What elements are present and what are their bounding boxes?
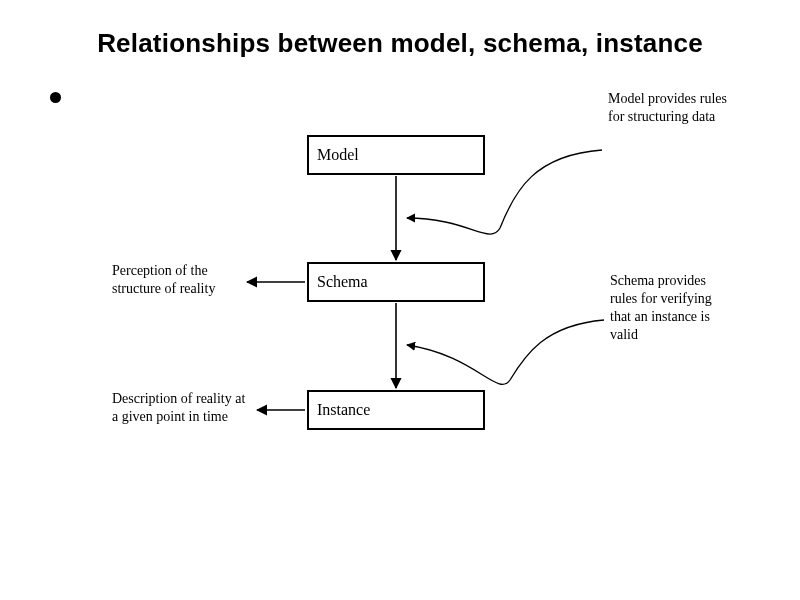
box-schema: Schema xyxy=(307,262,485,302)
box-model: Model xyxy=(307,135,485,175)
annot-instance-desc: Description of reality at a given point … xyxy=(112,390,252,426)
curve-schema-rules xyxy=(407,320,604,384)
bullet-icon xyxy=(50,92,61,103)
page-title: Relationships between model, schema, ins… xyxy=(0,28,800,59)
annot-schema-perception: Perception of the structure of reality xyxy=(112,262,242,298)
annot-model-rules: Model provides rules for structuring dat… xyxy=(608,90,728,126)
box-schema-label: Schema xyxy=(317,273,368,291)
box-instance: Instance xyxy=(307,390,485,430)
box-model-label: Model xyxy=(317,146,359,164)
annot-schema-rules: Schema provides rules for verifying that… xyxy=(610,272,730,344)
box-instance-label: Instance xyxy=(317,401,370,419)
